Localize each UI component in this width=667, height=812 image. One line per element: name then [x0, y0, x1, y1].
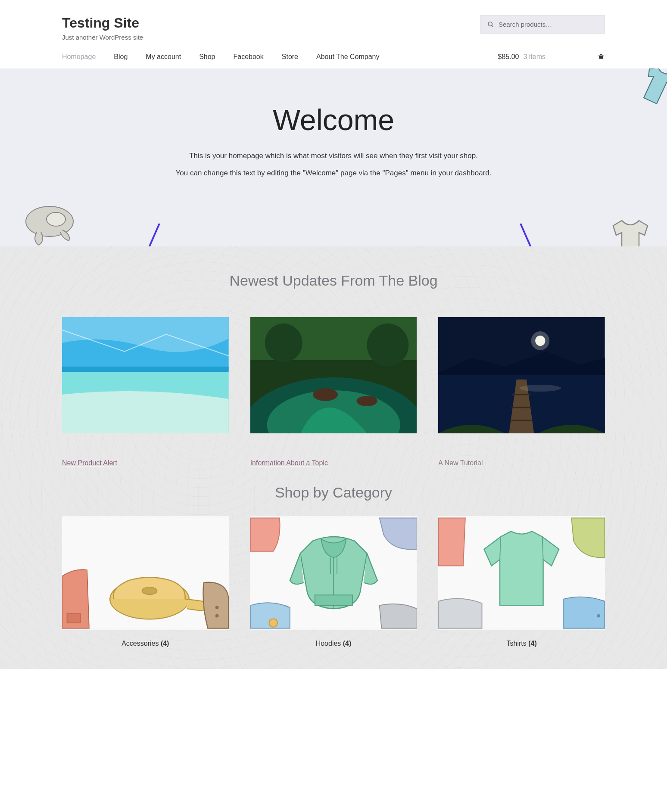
nav-item-homepage[interactable]: Homepage — [62, 53, 96, 61]
doodle-shirt-icon — [633, 68, 667, 107]
search-box[interactable] — [480, 15, 605, 34]
doodle-tshirt-icon — [602, 217, 658, 246]
category-card-tshirts[interactable]: Tshirts (4) — [438, 516, 605, 647]
nav-item-shop[interactable]: Shop — [199, 53, 215, 61]
annotation-arrow-left — [112, 219, 168, 246]
svg-point-17 — [313, 388, 338, 401]
hero-title: Welcome — [62, 103, 605, 137]
doodle-hoodie-icon — [15, 198, 84, 246]
blog-card[interactable]: A New Tutorial — [438, 317, 605, 467]
hero-line-1: This is your homepage which is what most… — [62, 152, 605, 160]
svg-point-31 — [215, 606, 219, 609]
nav-item-store[interactable]: Store — [282, 53, 298, 61]
svg-rect-9 — [62, 367, 229, 372]
svg-point-22 — [531, 331, 550, 350]
category-section-title: Shop by Category — [62, 484, 605, 501]
nav-item-about[interactable]: About The Company — [316, 53, 379, 61]
category-label: Hoodies (4) — [250, 640, 417, 647]
search-input[interactable] — [499, 21, 598, 28]
cart-total: $85.00 — [498, 53, 519, 61]
category-label: Tshirts (4) — [438, 640, 605, 647]
svg-point-0 — [488, 22, 492, 26]
site-branding: Testing Site Just another WordPress site — [62, 15, 143, 41]
blog-thumbnail — [250, 317, 417, 433]
blog-section: Newest Updates From The Blog New Product… — [0, 246, 667, 669]
svg-point-30 — [142, 587, 157, 594]
svg-point-18 — [356, 396, 377, 406]
blog-section-title: Newest Updates From The Blog — [62, 272, 605, 289]
svg-point-14 — [265, 324, 302, 362]
category-thumbnail — [438, 516, 605, 630]
svg-line-6 — [521, 224, 559, 246]
svg-point-4 — [47, 212, 65, 226]
category-card-hoodies[interactable]: Hoodies (4) — [250, 516, 417, 647]
blog-post-link[interactable]: Information About a Topic — [250, 459, 328, 467]
basket-icon — [550, 53, 605, 61]
category-thumbnail — [62, 516, 229, 630]
annotation-arrow-right — [512, 219, 568, 246]
svg-line-1 — [492, 25, 493, 27]
site-title[interactable]: Testing Site — [62, 15, 143, 31]
blog-post-link[interactable]: New Product Alert — [62, 459, 117, 467]
blog-thumbnail — [62, 317, 229, 433]
blog-card[interactable]: Information About a Topic — [250, 317, 417, 467]
primary-nav: Homepage Blog My account Shop Facebook S… — [62, 53, 379, 61]
svg-point-37 — [269, 619, 277, 627]
category-thumbnail — [250, 516, 417, 630]
search-icon — [487, 21, 494, 28]
hero-line-2: You can change this text by editing the … — [62, 169, 605, 177]
svg-point-39 — [597, 614, 601, 618]
hero-section: Welcome This is your homepage which is w… — [0, 68, 667, 246]
cart-link[interactable]: $85.00 3 items — [498, 53, 605, 61]
nav-item-facebook[interactable]: Facebook — [234, 53, 264, 61]
category-label: Accessories (4) — [62, 640, 229, 647]
svg-point-26 — [520, 385, 561, 392]
nav-item-blog[interactable]: Blog — [114, 53, 128, 61]
blog-post-link[interactable]: A New Tutorial — [438, 459, 483, 467]
svg-point-32 — [215, 614, 219, 618]
svg-line-5 — [121, 224, 159, 246]
blog-thumbnail — [438, 317, 605, 433]
svg-point-16 — [367, 324, 408, 367]
site-tagline: Just another WordPress site — [62, 34, 143, 41]
category-card-accessories[interactable]: Accessories (4) — [62, 516, 229, 647]
svg-rect-28 — [67, 614, 81, 623]
cart-items-count: 3 items — [523, 53, 545, 61]
blog-card[interactable]: New Product Alert — [62, 317, 229, 467]
nav-item-my-account[interactable]: My account — [146, 53, 181, 61]
